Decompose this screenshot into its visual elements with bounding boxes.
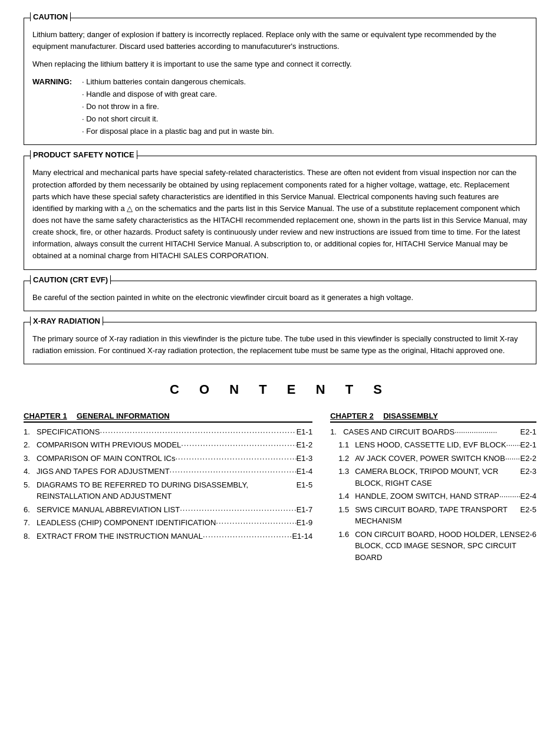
- toc-label-text: JIGS AND TAPES FOR ADJUSTMENT: [37, 466, 170, 477]
- toc-sub-num: 1.2: [338, 453, 355, 465]
- chapter2-items: 1.CASES AND CIRCUIT BOARDS ·············…: [330, 426, 536, 564]
- caution-crt-title: CAUTION (CRT EVF): [30, 275, 111, 284]
- product-safety-title: PRODUCT SAFETY NOTICE: [30, 150, 137, 159]
- toc-sub-page: E2-4: [521, 490, 536, 502]
- toc-dots: ········································…: [180, 504, 296, 516]
- product-safety-text: Many electrical and mechanical parts hav…: [32, 167, 528, 262]
- toc-sub-label-text: CAMERA BLOCK, TRIPOD MOUNT, VCR BLOCK, R…: [355, 466, 520, 489]
- toc-num: 5.: [24, 479, 37, 491]
- xray-section: X-RAY RADIATION The primary source of X-…: [24, 322, 536, 364]
- warning-block: WARNING: · Lithium batteries contain dan…: [32, 76, 528, 137]
- caution-crt-section: CAUTION (CRT EVF) Be careful of the sect…: [24, 281, 536, 311]
- toc-sub-num: 1.5: [338, 504, 355, 516]
- toc-item: 4.JIGS AND TAPES FOR ADJUSTMENT ········…: [24, 466, 312, 477]
- toc-label-text: SERVICE MANUAL ABBREVIATION LIST: [37, 504, 180, 516]
- toc-dots: ········································…: [100, 426, 296, 438]
- warning-item: · Do not short circuit it.: [82, 113, 274, 126]
- xray-title: X-RAY RADIATION: [30, 317, 103, 325]
- toc-dots: ········································…: [203, 531, 292, 542]
- toc-sub-page: E2-2: [521, 453, 536, 465]
- toc-item: 8.EXTRACT FROM THE INSTRUCTION MANUAL ··…: [24, 531, 312, 542]
- toc-sub-page: E2-3: [521, 466, 536, 477]
- toc-sub-dots: ····················: [505, 453, 521, 465]
- toc-item: 1.CASES AND CIRCUIT BOARDS ·············…: [330, 426, 536, 438]
- toc-subitem: 1.3CAMERA BLOCK, TRIPOD MOUNT, VCR BLOCK…: [330, 466, 536, 489]
- caution-paragraph2: When replacing the lithium battery it is…: [32, 58, 528, 70]
- toc-item: 5.DIAGRAMS TO BE REFERRED TO DURING DISA…: [24, 479, 312, 502]
- toc-page: E1-14: [292, 531, 312, 542]
- toc-page: E1-5: [297, 479, 312, 491]
- toc-sub-label-text: HANDLE, ZOOM SWITCH, HAND STRAP: [355, 490, 499, 502]
- toc-num: 6.: [24, 504, 37, 516]
- toc-sub-page: E2-5: [521, 504, 536, 516]
- toc-num: 7.: [24, 517, 37, 529]
- toc-item: 7.LEADLESS (CHIP) COMPONENT IDENTIFICATI…: [24, 517, 312, 529]
- toc-num: 2.: [24, 439, 37, 451]
- toc-label-text: COMPARISON OF MAIN CONTROL ICs: [37, 453, 175, 465]
- toc-label-text: DIAGRAMS TO BE REFERRED TO DURING DISASS…: [37, 479, 297, 502]
- toc-subitem: 1.2AV JACK COVER, POWER SWITCH KNOB ····…: [330, 453, 536, 465]
- toc-subitem: 1.1LENS HOOD, CASSETTE LID, EVF BLOCK ··…: [330, 439, 536, 451]
- contents-section: C O N T E N T S CHAPTER 1 GENERAL INFORM…: [24, 382, 536, 565]
- warning-items: · Lithium batteries contain dangerous ch…: [82, 76, 274, 137]
- toc-page: E1-4: [297, 466, 312, 477]
- toc-num: 3.: [24, 453, 37, 465]
- chapter1-title: GENERAL INFORMATION: [77, 411, 170, 420]
- chapter2-num: CHAPTER 2: [330, 411, 377, 420]
- toc-page: E1-1: [297, 426, 312, 438]
- toc-sub-num: 1.6: [338, 529, 355, 541]
- toc-page: E1-2: [297, 439, 312, 451]
- toc-sub-label-text: LENS HOOD, CASSETTE LID, EVF BLOCK: [355, 439, 506, 451]
- toc-sub-dots: ····················: [506, 439, 521, 451]
- toc-sub-page: E2-6: [521, 529, 536, 541]
- toc-page: E1-9: [297, 517, 312, 529]
- xray-text: The primary source of X-ray radiation in…: [32, 333, 528, 357]
- toc-label-text: SPECIFICATIONS: [37, 426, 100, 438]
- chapters-wrapper: CHAPTER 1 GENERAL INFORMATION 1.SPECIFIC…: [24, 411, 536, 565]
- toc-num: 1.: [24, 426, 37, 438]
- chapter1-items: 1.SPECIFICATIONS ·······················…: [24, 426, 312, 542]
- toc-label-text: LEADLESS (CHIP) COMPONENT IDENTIFICATION: [37, 517, 216, 529]
- caution-section: CAUTION Lithium battery; danger of explo…: [24, 18, 536, 145]
- contents-title: C O N T E N T S: [24, 382, 536, 397]
- toc-num: 8.: [24, 531, 37, 542]
- warning-item: · Lithium batteries contain dangerous ch…: [82, 76, 274, 88]
- toc-num: 4.: [24, 466, 37, 477]
- toc-sub-page: E2-1: [521, 439, 536, 451]
- toc-sub-num: 1.4: [338, 490, 355, 502]
- toc-sub-label-text: CON CIRCUIT BOARD, HOOD HOLDER, LENS BLO…: [355, 529, 520, 564]
- chapter2-col: CHAPTER 2 DISASSEMBLY 1.CASES AND CIRCUI…: [330, 411, 536, 565]
- chapter1-header: CHAPTER 1 GENERAL INFORMATION: [24, 411, 312, 423]
- toc-subitem: 1.6CON CIRCUIT BOARD, HOOD HOLDER, LENS …: [330, 529, 536, 564]
- caution-title: CAUTION: [30, 12, 71, 21]
- chapter1-num: CHAPTER 1: [24, 411, 71, 420]
- toc-page: E1-7: [297, 504, 312, 516]
- chapter2-title: DISASSEMBLY: [383, 411, 438, 420]
- toc-label-text: CASES AND CIRCUIT BOARDS: [343, 426, 454, 438]
- warning-item: · Handle and dispose of with great care.: [82, 88, 274, 101]
- toc-item: 6.SERVICE MANUAL ABBREVIATION LIST ·····…: [24, 504, 312, 516]
- toc-item: 2.COMPARISON WITH PREVIOUS MODEL ·······…: [24, 439, 312, 451]
- toc-subitem: 1.4HANDLE, ZOOM SWITCH, HAND STRAP ·····…: [330, 490, 536, 502]
- warning-item: · For disposal place in a plastic bag an…: [82, 126, 274, 138]
- toc-sub-num: 1.3: [338, 466, 355, 477]
- toc-page: E2-1: [521, 426, 536, 438]
- toc-sub-num: 1.1: [338, 439, 355, 451]
- toc-label-text: EXTRACT FROM THE INSTRUCTION MANUAL: [37, 531, 203, 542]
- toc-item: 3.COMPARISON OF MAIN CONTROL ICs ·······…: [24, 453, 312, 465]
- toc-sub-label-text: SWS CIRCUIT BOARD, TAPE TRANSPORT MECHAN…: [355, 504, 520, 527]
- chapter2-header: CHAPTER 2 DISASSEMBLY: [330, 411, 536, 423]
- toc-dots: ········································…: [216, 517, 296, 529]
- toc-dots: ········································…: [181, 439, 296, 451]
- toc-label-text: COMPARISON WITH PREVIOUS MODEL: [37, 439, 181, 451]
- toc-num: 1.: [330, 426, 343, 438]
- toc-page: E1-3: [297, 453, 312, 465]
- toc-subitem: 1.5SWS CIRCUIT BOARD, TAPE TRANSPORT MEC…: [330, 504, 536, 527]
- caution-paragraph1: Lithium battery; danger of explosion if …: [32, 29, 528, 52]
- toc-dots: ········································…: [170, 466, 297, 477]
- toc-sub-label-text: AV JACK COVER, POWER SWITCH KNOB: [355, 453, 505, 465]
- toc-item: 1.SPECIFICATIONS ·······················…: [24, 426, 312, 438]
- product-safety-section: PRODUCT SAFETY NOTICE Many electrical an…: [24, 156, 536, 269]
- warning-label: WARNING:: [32, 76, 80, 137]
- caution-crt-text: Be careful of the section painted in whi…: [32, 292, 528, 304]
